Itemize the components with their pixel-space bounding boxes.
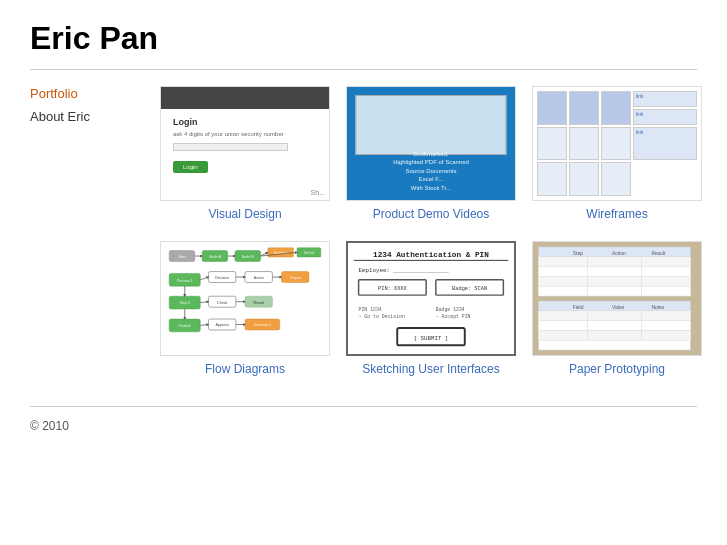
flow-diagram-svg: Start Node A Node B BackStep GoFwd [165, 246, 325, 351]
wire-right-panel2: link [633, 127, 697, 161]
footer-copyright: © 2010 [30, 419, 697, 433]
portfolio-label-flow-diagrams[interactable]: Flow Diagrams [205, 362, 285, 376]
svg-text:Notes: Notes [651, 305, 664, 310]
portfolio-item-visual-design: Login ask 4 digits of your union securit… [160, 86, 330, 221]
portfolio-label-product-demo[interactable]: Product Demo Videos [373, 207, 490, 221]
portfolio-item-product-demo: Bookmarked, Highlighted PDF of Scanned S… [346, 86, 516, 221]
portfolio-label-wireframes[interactable]: Wireframes [586, 207, 647, 221]
svg-rect-87 [642, 330, 691, 340]
svg-text:Decision: Decision [215, 276, 229, 280]
portfolio-item-paper-proto: Step Action Result [532, 241, 702, 376]
thumb-caption: Bookmarked, Highlighted PDF of Scanned S… [347, 150, 515, 192]
svg-text:Result: Result [651, 251, 666, 256]
thumb-screen-img [355, 95, 506, 155]
sidebar-link-portfolio[interactable]: Portfolio [30, 86, 130, 101]
svg-text:Node A: Node A [209, 255, 222, 259]
svg-text:Employee: ________________: Employee: ________________ [359, 267, 450, 274]
wire-row-3 [537, 162, 697, 196]
wire-right-panel: link link [633, 91, 697, 125]
svg-text:Process 1: Process 1 [177, 279, 193, 283]
svg-rect-84 [642, 321, 691, 331]
thumb-product-demo[interactable]: Bookmarked, Highlighted PDF of Scanned S… [346, 86, 516, 201]
wire-row-1: link link [537, 91, 697, 125]
caption-line4: Excel F... [347, 175, 515, 183]
thumb-bar [161, 87, 329, 109]
svg-rect-86 [588, 330, 642, 340]
wire-row3-col2 [569, 162, 599, 196]
thumb-sketching[interactable]: 1234 Authentication & PIN Employee: ____… [346, 241, 516, 356]
sidebar: Portfolio About Eric [30, 86, 130, 376]
thumb-form-sub: ask 4 digits of your union security numb… [173, 131, 317, 137]
wire-block1: link [633, 91, 697, 107]
portfolio-label-paper-proto[interactable]: Paper Prototyping [569, 362, 665, 376]
sketch-svg: 1234 Authentication & PIN Employee: ____… [348, 243, 514, 354]
caption-line5: With Stock Tr... [347, 184, 515, 192]
wire-row3-col1 [537, 162, 567, 196]
header-divider [30, 69, 697, 70]
portfolio-grid: Login ask 4 digits of your union securit… [160, 86, 702, 376]
svg-text:GoFwd: GoFwd [304, 251, 315, 255]
svg-text:Result: Result [254, 301, 264, 305]
svg-text:Document: Document [254, 323, 271, 327]
svg-rect-69 [588, 276, 642, 286]
svg-rect-82 [538, 321, 587, 331]
caption-line2: Highlighted PDF of Scanned [347, 158, 515, 166]
svg-line-41 [200, 325, 208, 326]
portfolio-item-flow-diagrams: Start Node A Node B BackStep GoFwd [160, 241, 330, 376]
svg-rect-85 [538, 330, 587, 340]
svg-text:Badge 1234: Badge 1234 [436, 307, 465, 312]
site-title: Eric Pan [30, 20, 697, 57]
svg-text:Action: Action [254, 276, 264, 280]
caption-line1: Bookmarked, [347, 150, 515, 158]
svg-rect-73 [642, 286, 691, 296]
footer-divider [30, 406, 697, 407]
svg-text:Field: Field [573, 305, 584, 310]
sidebar-link-about[interactable]: About Eric [30, 109, 130, 124]
svg-text:Step 2: Step 2 [179, 301, 190, 305]
svg-rect-79 [538, 311, 587, 321]
portfolio-item-wireframes: link link link [532, 86, 702, 221]
portfolio-label-visual-design[interactable]: Visual Design [208, 207, 281, 221]
svg-text:Output: Output [290, 276, 301, 280]
svg-rect-62 [538, 257, 587, 267]
portfolio-label-sketching[interactable]: Sketching User Interfaces [362, 362, 499, 376]
main-layout: Portfolio About Eric Login ask 4 digits … [30, 86, 697, 376]
svg-text:Node B: Node B [242, 255, 255, 259]
thumb-form-area: Login ask 4 digits of your union securit… [161, 109, 329, 181]
svg-text:[ SUBMIT ]: [ SUBMIT ] [414, 335, 449, 342]
thumb-flow-diagrams[interactable]: Start Node A Node B BackStep GoFwd [160, 241, 330, 356]
svg-text:PIN 1234: PIN 1234 [359, 307, 382, 312]
svg-rect-81 [642, 311, 691, 321]
wire-body-col2 [569, 127, 599, 161]
svg-rect-80 [588, 311, 642, 321]
svg-text:Value: Value [612, 305, 624, 310]
svg-line-32 [200, 302, 208, 303]
wire-header-col3 [601, 91, 631, 125]
thumb-visual-design[interactable]: Login ask 4 digits of your union securit… [160, 86, 330, 201]
thumb-wireframes[interactable]: link link link [532, 86, 702, 201]
svg-text:1234 Authentication & PIN: 1234 Authentication & PIN [373, 251, 489, 259]
svg-line-22 [200, 277, 208, 280]
svg-rect-68 [538, 276, 587, 286]
svg-text:Check: Check [217, 301, 227, 305]
wire-body-col1 [537, 127, 567, 161]
svg-text:Approve: Approve [215, 323, 229, 327]
wire-block2: link [633, 109, 697, 125]
svg-text:Finalize: Finalize [178, 324, 191, 328]
wire-row3-col3 [601, 162, 631, 196]
svg-rect-71 [538, 286, 587, 296]
svg-text:→ Accept PIN: → Accept PIN [436, 314, 471, 319]
svg-text:Step: Step [573, 251, 583, 256]
svg-text:→ Go to Decision: → Go to Decision [359, 314, 405, 319]
svg-text:Start: Start [178, 255, 186, 259]
svg-text:Badge: SCAN: Badge: SCAN [452, 286, 487, 292]
page-wrapper: Eric Pan Portfolio About Eric Login ask … [0, 0, 727, 453]
wire-header-col [537, 91, 567, 125]
wire-header-col2 [569, 91, 599, 125]
thumb-paper-proto[interactable]: Step Action Result [532, 241, 702, 356]
svg-text:Action: Action [612, 251, 626, 256]
portfolio-item-sketching: 1234 Authentication & PIN Employee: ____… [346, 241, 516, 376]
svg-rect-65 [538, 267, 587, 277]
caption-line3: Source Documents [347, 167, 515, 175]
thumb-login-btn: Login [173, 161, 208, 173]
